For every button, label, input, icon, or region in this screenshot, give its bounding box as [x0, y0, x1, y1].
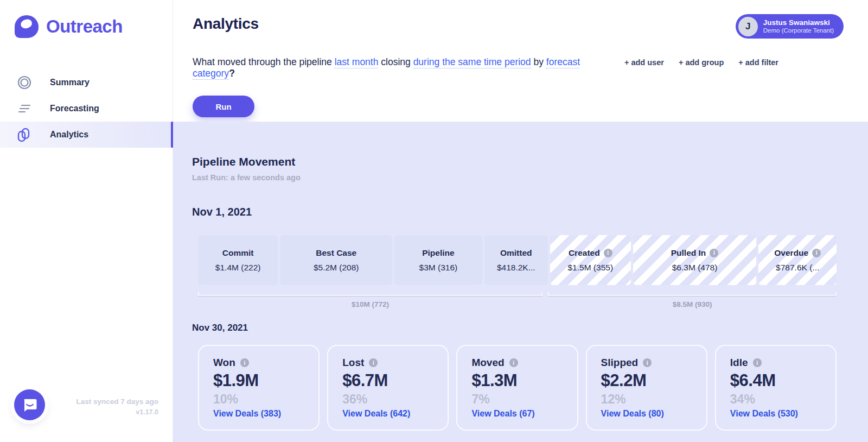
outreach-logo-hole [20, 18, 33, 29]
query-link-closing-period[interactable]: during the same time period [413, 56, 531, 68]
query-text: closing [378, 56, 413, 67]
view-deals-link[interactable]: View Deals (80) [601, 409, 692, 419]
main-content: Analytics J Justus Swaniawski Demo (Corp… [173, 0, 868, 442]
segment-commit[interactable]: Commit $1.4M (222) [198, 235, 278, 285]
user-name: Justus Swaniawski [763, 18, 834, 27]
info-icon[interactable]: i [753, 358, 762, 367]
card-percent: 10% [213, 392, 304, 407]
segment-value: $1.4M (222) [215, 263, 261, 273]
card-amount: $1.9M [213, 371, 304, 390]
analytics-icon [16, 127, 33, 143]
end-date-label: Nov 30, 2021 [192, 323, 837, 333]
segment-overdue[interactable]: Overdue i $787.6K (... [758, 235, 837, 285]
query-text: What moved through the pipeline [193, 56, 335, 67]
chat-launcher-button[interactable] [14, 389, 45, 420]
card-label: Idle [730, 357, 748, 369]
info-icon[interactable]: i [509, 358, 518, 367]
card-percent: 7% [471, 392, 563, 407]
card-percent: 36% [342, 392, 433, 407]
segment-label: Omitted [500, 248, 532, 258]
sidebar-item-analytics[interactable]: Analytics [0, 122, 173, 148]
card-percent: 12% [601, 392, 692, 407]
run-button[interactable]: Run [193, 96, 254, 117]
sidebar-item-summary[interactable]: Summary [0, 70, 173, 96]
add-group-button[interactable]: + add group [679, 58, 724, 67]
segment-pipeline[interactable]: Pipeline $3M (316) [394, 235, 482, 285]
query-text: by [531, 56, 546, 67]
bracket-line [198, 292, 542, 296]
results-panel: Pipeline Movement Last Run: a few second… [173, 122, 868, 442]
segment-value: $6.3M (478) [672, 263, 718, 273]
segment-label: Created [569, 248, 600, 258]
query-actions: + add user + add group + add filter [624, 58, 778, 67]
segment-label: Pulled In [671, 248, 706, 258]
bracket-start-total: $10M (772) [198, 292, 542, 308]
add-user-button[interactable]: + add user [624, 58, 664, 67]
sync-status: Last synced 7 days ago v1.17.0 [76, 397, 158, 416]
query-link-timeframe[interactable]: last month [335, 56, 379, 68]
query-text: ? [229, 68, 235, 79]
view-deals-link[interactable]: View Deals (67) [471, 409, 563, 419]
card-label: Won [213, 357, 235, 369]
card-moved: Moved i $1.3M 7% View Deals (67) [456, 345, 578, 431]
brand-logo[interactable]: Outreach [0, 0, 173, 38]
view-deals-link[interactable]: View Deals (530) [730, 409, 821, 419]
card-amount: $6.4M [730, 371, 821, 390]
segment-value: $5.2M (208) [314, 263, 359, 273]
segment-omitted[interactable]: Omitted $418.2K... [484, 235, 548, 285]
card-idle: Idle i $6.4M 34% View Deals (530) [715, 345, 837, 431]
report-title: Pipeline Movement [192, 155, 837, 168]
pipeline-totals: $10M (772) $8.5M (930) [198, 292, 837, 308]
sidebar: Outreach Summary [0, 0, 173, 442]
start-date-label: Nov 1, 2021 [192, 206, 837, 218]
avatar: J [738, 17, 758, 36]
segment-label: Overdue [774, 248, 808, 258]
card-lost: Lost i $6.7M 36% View Deals (642) [327, 345, 449, 431]
segment-value: $3M (316) [419, 263, 458, 273]
card-amount: $1.3M [471, 371, 563, 390]
query-sentence: What moved through the pipeline last mon… [193, 56, 624, 79]
card-label: Slipped [601, 357, 639, 369]
bracket-total-label: $8.5M (930) [548, 300, 837, 308]
sidebar-nav: Summary Forecasting [0, 70, 173, 148]
segment-label: Commit [222, 248, 254, 258]
view-deals-link[interactable]: View Deals (383) [213, 409, 304, 419]
card-won: Won i $1.9M 10% View Deals (383) [198, 345, 320, 431]
chat-bubble-icon [22, 397, 38, 413]
info-icon[interactable]: i [710, 249, 718, 257]
outcome-cards: Won i $1.9M 10% View Deals (383) Lost i … [198, 345, 837, 431]
info-icon[interactable]: i [643, 358, 652, 367]
segment-pulled-in[interactable]: Pulled In i $6.3M (478) [633, 235, 757, 285]
sidebar-footer: Last synced 7 days ago v1.17.0 [0, 382, 173, 442]
segment-best-case[interactable]: Best Case $5.2M (208) [280, 235, 392, 285]
bracket-added-total: $8.5M (930) [548, 292, 837, 308]
info-icon[interactable]: i [369, 358, 378, 367]
app-root: Outreach Summary [0, 0, 868, 442]
bracket-total-label: $10M (772) [198, 300, 542, 308]
add-filter-button[interactable]: + add filter [738, 58, 778, 67]
app-version: v1.17.0 [76, 408, 158, 416]
info-icon[interactable]: i [812, 249, 821, 257]
segment-label: Pipeline [422, 248, 454, 258]
user-org: Demo (Corporate Tenant) [763, 27, 834, 34]
sidebar-item-forecasting[interactable]: Forecasting [0, 96, 173, 122]
card-percent: 34% [730, 392, 821, 407]
bracket-line [548, 292, 837, 296]
last-synced-text: Last synced 7 days ago [76, 397, 158, 406]
card-label: Moved [471, 357, 504, 369]
segment-value: $787.6K (... [776, 263, 819, 273]
view-deals-link[interactable]: View Deals (642) [342, 409, 433, 419]
info-icon[interactable]: i [604, 249, 612, 257]
segment-created[interactable]: Created i $1.5M (355) [550, 235, 631, 285]
sidebar-item-label: Analytics [50, 130, 88, 140]
card-amount: $2.2M [601, 371, 692, 390]
info-icon[interactable]: i [240, 358, 249, 367]
card-slipped: Slipped i $2.2M 12% View Deals (80) [586, 345, 707, 431]
forecasting-icon [16, 100, 33, 117]
segment-value: $418.2K... [497, 263, 535, 273]
user-badge[interactable]: J Justus Swaniawski Demo (Corporate Tena… [736, 14, 844, 39]
summary-icon [16, 74, 33, 91]
query-row: What moved through the pipeline last mon… [173, 56, 868, 79]
sidebar-item-label: Forecasting [50, 104, 99, 113]
sidebar-item-label: Summary [50, 78, 90, 87]
